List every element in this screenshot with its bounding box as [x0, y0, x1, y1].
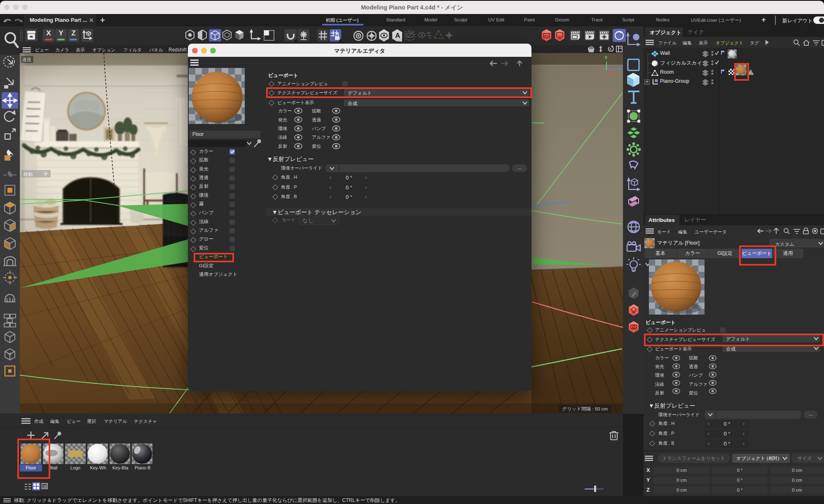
- svg-text:A: A: [395, 32, 400, 40]
- svg-text:透視: 透視: [22, 57, 31, 62]
- svg-text:移動: 移動: [23, 172, 33, 177]
- svg-text:Y: Y: [604, 55, 608, 60]
- svg-text:RV: RV: [544, 34, 549, 38]
- svg-text:グリッド間隔 : 50 cm: グリッド間隔 : 50 cm: [562, 406, 608, 411]
- svg-text:X: X: [612, 72, 616, 77]
- svg-text:Z: Z: [620, 65, 623, 70]
